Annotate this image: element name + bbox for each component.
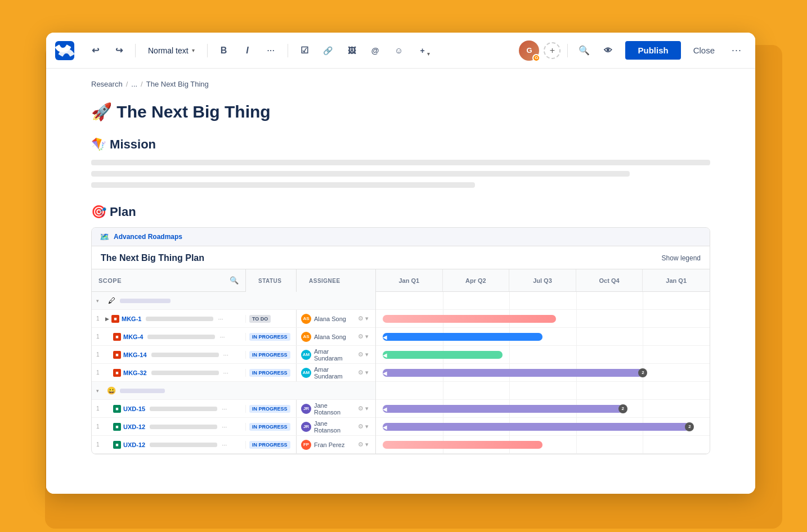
breadcrumb: Research / ... / The Next Big Thing xyxy=(91,80,710,88)
publish-button[interactable]: Publish xyxy=(625,41,680,60)
bar-badge-mkg32: 2 xyxy=(638,368,647,377)
table-row: 1 ■ UXD-15 ··· IN PROGRESS xyxy=(92,400,375,418)
timeline-row-mkg4: ◀ xyxy=(376,328,710,346)
scope-cell-mkg32: 1 ■ MKG-32 ··· xyxy=(92,369,246,377)
divider-1 xyxy=(135,44,136,57)
group-placeholder-1 xyxy=(120,299,171,303)
chevron-down-icon: ▾ xyxy=(192,47,195,53)
add-collaborator-button[interactable]: + xyxy=(544,42,561,59)
timeline-row-uxd12: ◀ 2 xyxy=(376,418,710,436)
quarter-apr-q2: Apr Q2 xyxy=(443,269,510,291)
assignee-avatar-mkg1: AS xyxy=(301,314,311,324)
fields-uxd15: IN PROGRESS JR Jane Rotanson ⚙ ▾ xyxy=(246,400,375,417)
issue-key-mkg1[interactable]: MKG-1 xyxy=(122,315,141,322)
assignee-mkg4: AS Alana Song ⚙ ▾ xyxy=(297,328,375,345)
bar-uxd12b xyxy=(383,441,543,449)
issue-icon-uxd12b: ■ xyxy=(113,441,121,449)
table-row: 1 ■ UXD-12 ··· IN PROGRESS xyxy=(92,436,375,454)
issue-key-uxd12b[interactable]: UXD-12 xyxy=(123,441,145,448)
quarter-jul-q3: Jul Q3 xyxy=(509,269,576,291)
close-button[interactable]: Close xyxy=(685,41,723,60)
breadcrumb-ellipsis[interactable]: ... xyxy=(131,80,137,88)
toolbar: ↩ ↪ Normal text ▾ B I ··· ☑ 🔗 🖼 xyxy=(46,33,755,69)
assignee-uxd12: JR Jane Rotanson ⚙ ▾ xyxy=(297,418,375,435)
roadmap-header-label: Advanced Roadmaps xyxy=(114,233,182,241)
emoji-button[interactable]: ☺ xyxy=(389,41,409,60)
show-legend-button[interactable]: Show legend xyxy=(662,254,701,262)
undo-button[interactable]: ↩ xyxy=(86,41,105,60)
assignee-avatar-uxd15: JR xyxy=(301,404,311,414)
timeline-group-1 xyxy=(376,292,710,310)
italic-button[interactable]: I xyxy=(238,41,257,60)
bold-button[interactable]: B xyxy=(214,41,234,60)
status-column-label: Status xyxy=(252,278,289,284)
fields-uxd12: IN PROGRESS JR Jane Rotanson ⚙ ▾ xyxy=(246,418,375,435)
fields-mkg1: TO DO AS Alana Song ⚙ ▾ xyxy=(246,310,375,327)
image-button[interactable]: 🖼 xyxy=(342,41,361,60)
issue-key-mkg32[interactable]: MKG-32 xyxy=(123,369,147,376)
scope-cell-uxd12b: 1 ■ UXD-12 ··· xyxy=(92,441,246,449)
mention-button[interactable]: @ xyxy=(366,41,385,60)
mission-content xyxy=(91,160,710,188)
group-emoji-2: 😀 xyxy=(106,385,117,396)
issue-key-mkg4[interactable]: MKG-4 xyxy=(123,333,143,340)
bar-mkg32: ◀ 2 xyxy=(383,369,643,377)
row-actions-uxd15: ⚙ ▾ xyxy=(358,405,371,412)
page-title: 🚀 The Next Big Thing xyxy=(91,102,710,121)
bar-badge-uxd15: 2 xyxy=(618,404,627,413)
table-row: 1 ■ MKG-14 ··· IN PROGRESS xyxy=(92,346,375,364)
insert-button[interactable]: + ▾ xyxy=(413,41,432,60)
avatar-badge: G xyxy=(532,54,540,62)
bar-uxd15: ◀ 2 xyxy=(383,405,623,413)
roadmap-title-row: The Next Big Thing Plan Show legend xyxy=(92,246,710,269)
gantt-timeline: Jan Q1 Apr Q2 Jul Q3 Oct Q4 Jan Q1 xyxy=(376,269,710,454)
status-uxd15: IN PROGRESS xyxy=(246,400,297,417)
fields-uxd12b: IN PROGRESS FP Fran Perez ⚙ ▾ xyxy=(246,436,375,453)
issue-key-uxd15[interactable]: UXD-15 xyxy=(123,405,145,412)
plan-heading: 🎯 Plan xyxy=(91,205,710,219)
assignee-uxd15: JR Jane Rotanson ⚙ ▾ xyxy=(297,400,375,417)
issue-icon-mkg32: ■ xyxy=(113,369,121,377)
scope-column-label: SCOPE xyxy=(98,277,230,284)
roadmap-header-bar: 🗺️ Advanced Roadmaps xyxy=(92,228,710,246)
page-title-text: 🚀 The Next Big Thing xyxy=(91,102,271,121)
status-mkg4: IN PROGRESS xyxy=(246,328,297,345)
breadcrumb-current: The Next Big Thing xyxy=(146,80,209,88)
issue-key-uxd12[interactable]: UXD-12 xyxy=(123,423,145,430)
assignee-mkg14: AM Amar Sundaram ⚙ ▾ xyxy=(297,346,375,363)
issue-icon-mkg4: ■ xyxy=(113,333,121,341)
text-style-dropdown[interactable]: Normal text ▾ xyxy=(142,41,200,60)
redo-button[interactable]: ↪ xyxy=(109,41,128,60)
status-uxd12: IN PROGRESS xyxy=(246,418,297,435)
link-button[interactable]: 🔗 xyxy=(319,41,338,60)
breadcrumb-research[interactable]: Research xyxy=(91,80,123,88)
mission-heading: 🪁 Mission xyxy=(91,137,710,152)
divider-3 xyxy=(288,44,288,57)
group-placeholder-2 xyxy=(120,389,165,393)
timeline-row-uxd15: ◀ 2 xyxy=(376,400,710,418)
issue-icon-mkg1: ■ xyxy=(111,315,119,323)
bar-mkg1 xyxy=(383,315,556,323)
scope-search-icon[interactable]: 🔍 xyxy=(230,276,239,285)
assignee-avatar-uxd12b: FP xyxy=(301,440,311,450)
confluence-logo[interactable] xyxy=(55,41,74,60)
row-actions-mkg1: ⚙ ▾ xyxy=(358,315,371,322)
avatar-container: G G xyxy=(519,40,539,61)
issue-icon-uxd12: ■ xyxy=(113,423,121,431)
issue-key-mkg14[interactable]: MKG-14 xyxy=(123,351,147,358)
watch-button[interactable]: 👁 xyxy=(598,41,617,60)
timeline-row-mkg1 xyxy=(376,310,710,328)
roadmap-block: 🗺️ Advanced Roadmaps The Next Big Thing … xyxy=(91,227,710,454)
placeholder-line-3 xyxy=(91,182,475,188)
checkbox-button[interactable]: ☑ xyxy=(295,41,314,60)
search-button[interactable]: 🔍 xyxy=(575,41,594,60)
scope-cell-uxd15: 1 ■ UXD-15 ··· xyxy=(92,405,246,413)
scope-cell-uxd12: 1 ■ UXD-12 ··· xyxy=(92,423,246,431)
more-formatting-button[interactable]: ··· xyxy=(262,41,281,60)
overflow-menu-button[interactable]: ··· xyxy=(727,41,746,60)
placeholder-line-1 xyxy=(91,160,710,165)
group-row-2: ▾ 😀 xyxy=(92,382,375,400)
assignee-avatar-mkg14: AM xyxy=(301,350,311,360)
status-mkg14: IN PROGRESS xyxy=(246,346,297,363)
group-emoji-1: 🖊 xyxy=(106,295,117,306)
